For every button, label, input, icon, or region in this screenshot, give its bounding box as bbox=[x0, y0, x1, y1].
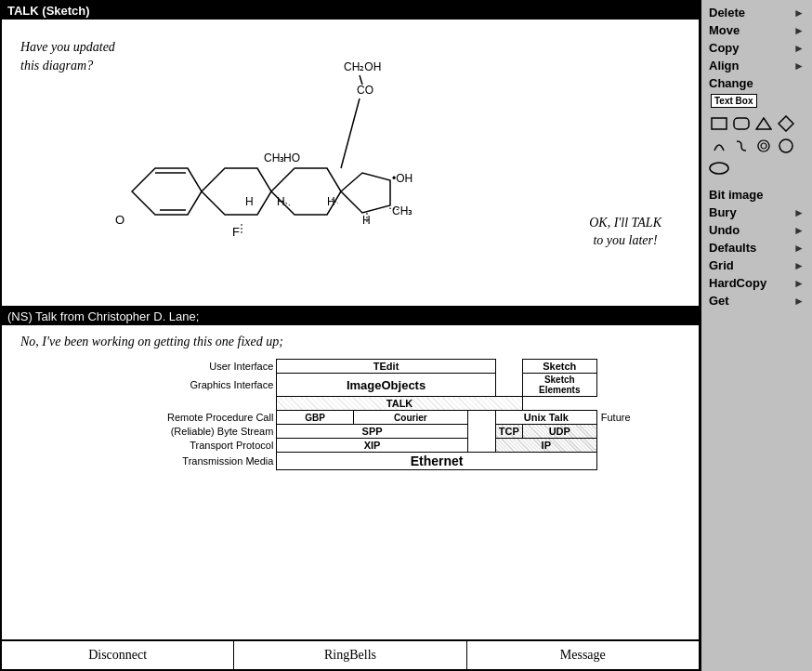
sidebar-item-delete[interactable]: Delete ► bbox=[701, 4, 812, 21]
table-row: Transmission Media Ethernet bbox=[20, 453, 680, 470]
svg-marker-15 bbox=[341, 173, 390, 213]
table-row: TALK bbox=[20, 397, 680, 411]
molecule-diagram: O F H CH₃ H H HO •OH CH₃ bbox=[104, 24, 457, 294]
table-row: Transport Protocol XIP IP bbox=[20, 439, 680, 453]
sidebar-item-hardcopy[interactable]: HardCopy ► bbox=[701, 274, 812, 292]
svg-rect-26 bbox=[734, 118, 749, 129]
textbox-label-text: Text Box bbox=[714, 96, 753, 106]
table-row: (Reliable) Byte Stream SPP TCP UDP bbox=[20, 425, 680, 439]
table-row: Remote Procedure Call GBP Courier Unix T… bbox=[20, 411, 680, 425]
svg-text:HO: HO bbox=[283, 151, 300, 164]
sidebar-item-change[interactable]: Change bbox=[701, 74, 812, 92]
bottom-bar: Disconnect RingBells Message bbox=[2, 639, 699, 669]
table-row: User Interface TEdit Sketch bbox=[20, 360, 680, 374]
svg-line-23 bbox=[341, 99, 360, 168]
svg-text:CH₂OH: CH₂OH bbox=[344, 60, 381, 73]
svg-marker-4 bbox=[202, 168, 271, 215]
diagram-table: User Interface TEdit Sketch Graphics Int… bbox=[20, 359, 680, 470]
svg-text:•OH: •OH bbox=[392, 172, 413, 185]
svg-marker-0 bbox=[132, 168, 202, 215]
table-row: Graphics Interface ImageObjects SketchEl… bbox=[20, 374, 680, 397]
curve-icon[interactable] bbox=[709, 136, 729, 156]
talk-header: (NS) Talk from Christopher D. Lane; bbox=[2, 308, 699, 325]
undo-arrow: ► bbox=[793, 224, 805, 237]
circle-icon[interactable] bbox=[776, 136, 796, 156]
bury-label: Bury bbox=[709, 205, 737, 219]
rounded-rect-icon[interactable] bbox=[731, 113, 752, 134]
sidebar-item-get[interactable]: Get ► bbox=[701, 292, 812, 309]
svg-text:F: F bbox=[232, 225, 240, 239]
sidebar-item-defaults[interactable]: Defaults ► bbox=[701, 239, 812, 257]
grid-arrow: ► bbox=[793, 259, 805, 272]
title-label: TALK (Sketch) bbox=[7, 4, 90, 18]
hardcopy-arrow: ► bbox=[793, 277, 805, 290]
message-button[interactable]: Message bbox=[467, 641, 699, 669]
move-label: Move bbox=[709, 23, 740, 37]
grid-label: Grid bbox=[709, 258, 734, 272]
delete-label: Delete bbox=[709, 6, 745, 20]
get-label: Get bbox=[709, 294, 729, 308]
svg-text:H: H bbox=[245, 195, 254, 208]
svg-marker-28 bbox=[779, 116, 793, 131]
hardcopy-label: HardCopy bbox=[709, 276, 766, 290]
s-curve-icon[interactable] bbox=[731, 136, 752, 156]
copy-arrow: ► bbox=[793, 42, 805, 55]
get-arrow: ► bbox=[793, 295, 805, 308]
title-bar: TALK (Sketch) bbox=[2, 2, 699, 20]
bitimage-label: Bit image bbox=[709, 188, 764, 202]
defaults-label: Defaults bbox=[709, 241, 756, 255]
disconnect-button[interactable]: Disconnect bbox=[2, 641, 234, 669]
svg-text:CO: CO bbox=[357, 84, 373, 97]
delete-arrow: ► bbox=[793, 7, 805, 20]
sidebar-item-bury[interactable]: Bury ► bbox=[701, 204, 812, 221]
ringbells-button[interactable]: RingBells bbox=[234, 641, 466, 669]
copy-label: Copy bbox=[709, 41, 740, 55]
main-area: TALK (Sketch) Have you updatedthis diagr… bbox=[0, 0, 701, 671]
svg-text:CH₃: CH₃ bbox=[392, 204, 413, 217]
sidebar-item-grid[interactable]: Grid ► bbox=[701, 257, 812, 274]
svg-point-29 bbox=[779, 139, 792, 152]
defaults-arrow: ► bbox=[793, 242, 805, 255]
talk-section: (NS) Talk from Christopher D. Lane; No, … bbox=[2, 308, 699, 639]
align-label: Align bbox=[709, 59, 740, 72]
svg-text:H: H bbox=[327, 195, 335, 208]
move-arrow: ► bbox=[793, 24, 805, 37]
svg-marker-27 bbox=[756, 118, 771, 129]
talk-body: No, I've been working on getting this on… bbox=[2, 325, 699, 639]
rectangle-icon[interactable] bbox=[709, 113, 729, 134]
question-text: Have you updatedthis diagram? bbox=[20, 38, 115, 74]
change-label: Change bbox=[709, 76, 753, 90]
svg-text:CH₃: CH₃ bbox=[264, 151, 284, 164]
talk-message: No, I've been working on getting this on… bbox=[20, 335, 680, 349]
bury-arrow: ► bbox=[793, 206, 805, 219]
sidebar-item-bitimage[interactable]: Bit image bbox=[701, 186, 812, 204]
sidebar-item-move[interactable]: Move ► bbox=[701, 21, 812, 39]
triangle-icon[interactable] bbox=[753, 113, 774, 134]
sidebar-item-align[interactable]: Align ► bbox=[701, 57, 812, 74]
sidebar-item-undo[interactable]: Undo ► bbox=[701, 221, 812, 239]
undo-label: Undo bbox=[709, 223, 740, 237]
sidebar-item-copy[interactable]: Copy ► bbox=[701, 39, 812, 57]
oval-icon[interactable] bbox=[709, 158, 729, 178]
svg-rect-25 bbox=[712, 118, 727, 129]
align-arrow: ► bbox=[793, 59, 805, 72]
sketch-panel: Have you updatedthis diagram? O F H CH₃ bbox=[2, 20, 699, 308]
architecture-diagram: User Interface TEdit Sketch Graphics Int… bbox=[20, 359, 680, 470]
textbox-icon[interactable]: Text Box bbox=[711, 94, 757, 108]
svg-point-30 bbox=[710, 163, 728, 174]
diamond-icon[interactable] bbox=[776, 113, 796, 134]
shape-icons-row bbox=[701, 110, 812, 182]
scroll-icon[interactable] bbox=[753, 136, 774, 156]
svg-text:O: O bbox=[115, 213, 124, 227]
talk-header-label: (NS) Talk from Christopher D. Lane; bbox=[7, 309, 199, 323]
svg-text:H: H bbox=[362, 214, 371, 227]
sidebar: Delete ► Move ► Copy ► Align ► Change Te… bbox=[701, 0, 812, 671]
ok-text: OK, I'll TALKto you later! bbox=[589, 214, 661, 250]
